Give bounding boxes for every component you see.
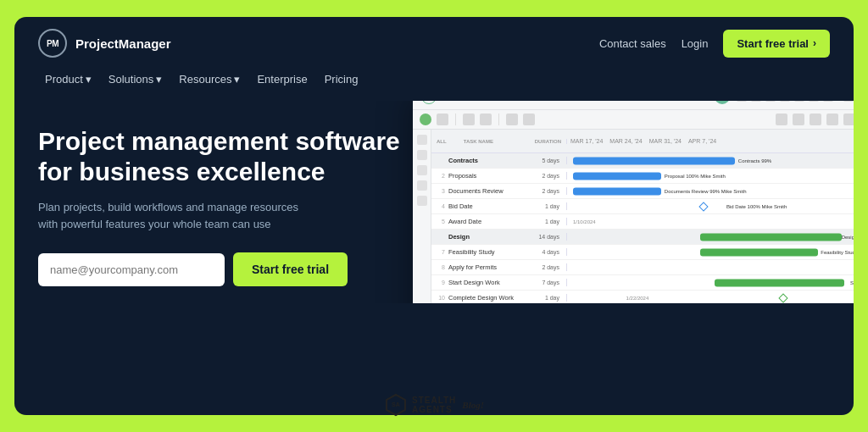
search-icon <box>843 101 854 102</box>
table-row: 4 Bid Date 1 day Bid Date 100% Mike Smit… <box>431 199 854 214</box>
hero-left: Project management software for business… <box>38 126 437 286</box>
person-icon <box>437 114 448 125</box>
link-icon <box>480 114 492 125</box>
chevron-down-icon: ▾ <box>234 73 240 86</box>
svg-text:SA: SA <box>392 402 400 407</box>
print-icon <box>826 114 838 125</box>
app-topbar-icons <box>737 101 833 102</box>
table-row: 2 Proposals 2 days Proposal 100% Mike Sm… <box>431 169 854 184</box>
cut-icon <box>776 114 787 125</box>
avatar: G <box>715 101 730 104</box>
table-row: 5 Award Date 1 day 1/10/2024 <box>431 214 854 230</box>
gantt-header: ALL TASK NAME DURATION MAR 17, '24 MAR 2… <box>431 130 854 153</box>
contact-sales-link[interactable]: Contact sales <box>599 37 666 50</box>
copy-icon <box>793 114 804 125</box>
header: PM ProjectManager Contact sales Login St… <box>14 17 854 69</box>
gantt-chart: ALL TASK NAME DURATION MAR 17, '24 MAR 2… <box>431 130 854 303</box>
arrow-icon: › <box>813 37 816 49</box>
watermark-text: STEALTH AGENTS <box>412 396 456 414</box>
email-input[interactable] <box>38 253 225 286</box>
table-row: 10 Complete Design Work 1 day 1/22/2024 <box>431 291 854 303</box>
table-row: 7 Feasibility Study 4 days Feasibility S… <box>431 245 854 260</box>
check-icon <box>780 101 790 102</box>
app-logo-small: PM <box>421 101 437 104</box>
gantt-dates: MAR 17, '24 MAR 24, '24 MAR 31, '24 APR … <box>567 138 854 144</box>
filter-icon <box>463 114 475 125</box>
agents-label: AGENTS <box>412 405 453 414</box>
login-button[interactable]: Login <box>682 37 709 50</box>
table-row: 9 Start Design Work 7 days Start Design … <box>431 275 854 291</box>
gantt-rows: Contracts 5 days Contracts 99% 2 <box>431 153 854 303</box>
settings-icon <box>823 101 833 102</box>
table-row: Design 14 days Design 87% <box>431 230 854 245</box>
table-row: 3 Documents Review 2 days Documents Revi… <box>431 184 854 199</box>
blog-label: Blog! <box>462 400 484 410</box>
app-topbar: PM Govalle Construction G <box>413 101 854 110</box>
nav-enterprise[interactable]: Enterprise <box>250 69 314 89</box>
cta-row: Start free trial <box>38 252 437 286</box>
paste-icon <box>810 114 821 125</box>
chevron-down-icon: ▾ <box>156 73 162 86</box>
app-toolbar <box>413 110 854 130</box>
hero-section: Project management software for business… <box>14 101 854 303</box>
menu-icon <box>737 101 747 102</box>
hero-title: Project management software for business… <box>38 126 437 187</box>
nav-product[interactable]: Product ▾ <box>38 69 98 89</box>
table-row: Contracts 5 days Contracts 99% <box>431 153 854 169</box>
list-icon <box>751 101 761 102</box>
hero-subtitle: Plan projects, build workflows and manag… <box>38 199 360 232</box>
indent-icon <box>523 114 535 125</box>
start-trial-header-button[interactable]: Start free trial › <box>723 30 830 58</box>
stealth-agents-icon: SA <box>384 393 408 417</box>
nav-solutions[interactable]: Solutions ▾ <box>102 69 169 89</box>
chevron-down-icon: ▾ <box>86 73 92 86</box>
table-row: 8 Apply for Permits 2 days <box>431 260 854 275</box>
header-left: PM ProjectManager <box>38 29 171 58</box>
logo-icon: PM <box>38 29 67 58</box>
main-container: PM ProjectManager Contact sales Login St… <box>14 17 854 415</box>
stealth-label: STEALTH <box>412 396 456 405</box>
watermark-badge: SA STEALTH AGENTS Blog! <box>384 393 484 417</box>
watermark: SA STEALTH AGENTS Blog! <box>384 393 484 417</box>
nav-bar: Product ▾ Solutions ▾ Resources ▾ Enterp… <box>14 69 854 101</box>
grid-icon <box>765 101 776 102</box>
nav-resources[interactable]: Resources ▾ <box>172 69 247 89</box>
chart-icon <box>809 101 819 102</box>
app-title: Govalle Construction <box>443 101 708 102</box>
calendar-icon <box>794 101 804 102</box>
gantt-left-header: ALL TASK NAME DURATION <box>431 139 567 144</box>
add-icon <box>420 114 431 125</box>
logo-text: ProjectManager <box>75 36 171 51</box>
nav-pricing[interactable]: Pricing <box>318 69 365 89</box>
app-screenshot: PM Govalle Construction G <box>413 101 854 303</box>
start-trial-hero-button[interactable]: Start free trial <box>233 252 348 286</box>
export-icon <box>843 114 854 125</box>
app-content: ALL TASK NAME DURATION MAR 17, '24 MAR 2… <box>413 130 854 303</box>
delete-icon <box>506 114 518 125</box>
header-right: Contact sales Login Start free trial › <box>599 30 830 58</box>
